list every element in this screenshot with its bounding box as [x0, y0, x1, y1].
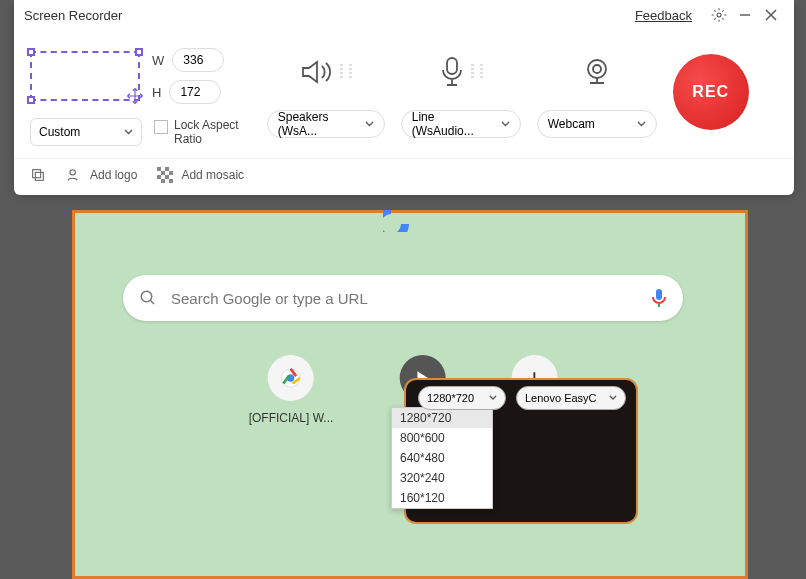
width-label: W: [152, 53, 164, 68]
chevron-down-icon: [637, 121, 646, 127]
add-mosaic-button[interactable]: Add mosaic: [157, 167, 244, 183]
webcam-resolution-select[interactable]: 1280*720: [418, 386, 506, 410]
frame-corner: [72, 563, 88, 579]
svg-rect-22: [165, 175, 169, 179]
search-icon: [139, 289, 157, 307]
svg-point-12: [588, 60, 606, 78]
app-window: Screen Recorder Feedback: [14, 0, 794, 195]
chevron-down-icon: [124, 129, 133, 135]
shortcut-icon: [268, 355, 314, 401]
google-logo-partial: [383, 210, 423, 232]
minimize-button[interactable]: [732, 2, 758, 28]
resolution-dropdown-menu: 1280*720 800*600 640*480 320*240 160*120: [391, 407, 493, 509]
chevron-down-icon: [501, 121, 510, 127]
title-bar: Screen Recorder Feedback: [14, 0, 794, 30]
settings-icon[interactable]: [706, 2, 732, 28]
speaker-icon: [300, 57, 334, 87]
resolution-option[interactable]: 640*480: [392, 448, 492, 468]
checkbox-icon[interactable]: [154, 120, 168, 134]
add-logo-label: Add logo: [90, 168, 137, 182]
svg-point-7: [717, 13, 721, 17]
mic-value: Line (WsAudio...: [412, 110, 491, 138]
level-indicator: [471, 64, 474, 80]
move-icon: [126, 87, 144, 105]
webcam-controls: 1280*720 Lenovo EasyC: [418, 386, 626, 410]
svg-rect-23: [161, 179, 165, 183]
shortcut-item[interactable]: [OFFICIAL] W...: [249, 355, 334, 425]
record-button[interactable]: REC: [673, 54, 749, 130]
webcam-toggle-select[interactable]: Webcam: [537, 110, 657, 138]
svg-point-16: [70, 170, 75, 175]
speaker-value: Speakers (WsA...: [278, 110, 355, 138]
svg-rect-11: [447, 58, 457, 74]
width-input[interactable]: [172, 48, 224, 72]
rec-label: REC: [692, 83, 729, 101]
svg-rect-19: [161, 171, 165, 175]
chevron-down-icon: [489, 395, 497, 401]
lock-label-line2: Ratio: [174, 132, 239, 146]
crop-tool[interactable]: [30, 167, 46, 183]
add-logo-button[interactable]: Add logo: [66, 167, 137, 183]
browser-search-bar[interactable]: Search Google or type a URL: [123, 275, 683, 321]
level-indicator: [340, 64, 343, 80]
level-indicator: [480, 64, 483, 80]
frame-corner: [732, 563, 748, 579]
webcam-icon: [582, 57, 612, 87]
resolution-value: 1280*720: [427, 392, 474, 404]
search-placeholder: Search Google or type a URL: [171, 290, 637, 307]
region-settings: W H Custom: [30, 48, 239, 146]
svg-point-0: [141, 291, 152, 302]
shortcut-label: [OFFICIAL] W...: [249, 411, 334, 425]
height-label: H: [152, 85, 161, 100]
mic-device-select[interactable]: Line (WsAudio...: [401, 110, 521, 138]
level-indicator: [349, 64, 352, 80]
bottom-toolbar: Add logo Add mosaic: [14, 158, 794, 195]
chevron-down-icon: [365, 121, 374, 127]
speaker-device-select[interactable]: Speakers (WsA...: [267, 110, 385, 138]
height-input[interactable]: [169, 80, 221, 104]
lock-aspect-ratio[interactable]: Lock Aspect Ratio: [154, 118, 239, 146]
resolution-option[interactable]: 160*120: [392, 488, 492, 508]
svg-point-13: [593, 65, 601, 73]
svg-line-1: [150, 300, 154, 304]
webcam-value: Webcam: [548, 117, 595, 131]
lock-label-line1: Lock Aspect: [174, 118, 239, 132]
webcam-settings: Webcam: [537, 48, 657, 138]
resolution-option[interactable]: 320*240: [392, 468, 492, 488]
resolution-option[interactable]: 800*600: [392, 428, 492, 448]
svg-rect-17: [157, 167, 161, 171]
app-title: Screen Recorder: [24, 8, 122, 23]
svg-rect-15: [35, 172, 43, 180]
svg-rect-21: [157, 175, 161, 179]
selection-preview[interactable]: [30, 51, 140, 101]
feedback-link[interactable]: Feedback: [635, 8, 692, 23]
mic-icon: [439, 56, 465, 88]
svg-rect-20: [169, 171, 173, 175]
frame-corner: [72, 210, 88, 226]
webcam-device-select[interactable]: Lenovo EasyC: [516, 386, 626, 410]
speaker-settings: Speakers (WsA...: [267, 48, 385, 138]
region-preset-select[interactable]: Custom: [30, 118, 142, 146]
close-button[interactable]: [758, 2, 784, 28]
svg-rect-24: [169, 179, 173, 183]
chevron-down-icon: [609, 395, 617, 401]
svg-rect-18: [165, 167, 169, 171]
resolution-option[interactable]: 1280*720: [392, 408, 492, 428]
frame-corner: [732, 210, 748, 226]
mic-settings: Line (WsAudio...: [401, 48, 521, 138]
camera-value: Lenovo EasyC: [525, 392, 597, 404]
voice-search-icon[interactable]: [651, 288, 667, 308]
preset-value: Custom: [39, 125, 80, 139]
add-mosaic-label: Add mosaic: [181, 168, 244, 182]
svg-rect-14: [33, 170, 41, 178]
svg-rect-2: [656, 289, 662, 300]
